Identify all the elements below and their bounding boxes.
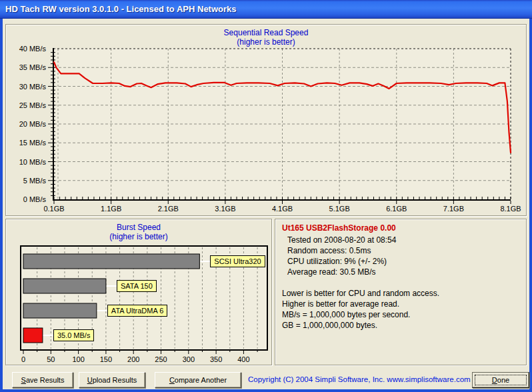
note-line: GB = 1,000,000,000 bytes. <box>282 320 519 331</box>
window-title: HD Tach RW version 3.0.1.0 - Licensed to… <box>0 4 237 14</box>
x-tick-label: 3.1GB <box>215 205 235 213</box>
burst-tick-label: 0 <box>21 355 25 363</box>
upload-results-label: Upload Results <box>79 373 145 387</box>
burst-tick-label: 200 <box>127 355 139 363</box>
y-tick-label: 20 MB/s <box>19 120 47 128</box>
note-line: Higher is better for average read. <box>282 299 519 309</box>
average-read-line: Average read: 30.5 MB/s <box>282 267 519 277</box>
client-area: Sequential Read Speed (higher is better)… <box>3 19 529 389</box>
burst-speed-chart: 050100150200250300350400 <box>6 219 271 365</box>
sequential-read-panel: Sequential Read Speed (higher is better)… <box>5 24 527 216</box>
upload-results-button[interactable]: Upload Results <box>79 372 145 388</box>
note-line: Lower is better for CPU and random acces… <box>282 288 519 299</box>
y-tick-label: 0 MB/s <box>23 195 47 203</box>
x-tick-label: 0.1GB <box>43 205 64 213</box>
x-tick-label: 7.1GB <box>443 205 464 213</box>
burst-bar-label: SCSI Ultra320 <box>210 255 265 267</box>
save-results-button[interactable]: Save Results <box>12 372 73 388</box>
burst-tick-label: 400 <box>237 355 249 363</box>
footer-bar: Save Results Upload Results Compare Anot… <box>3 371 529 389</box>
compare-another-drive-label: Compare Another Drive <box>155 373 241 392</box>
burst-bar <box>23 328 43 343</box>
burst-tick-label: 350 <box>210 355 222 363</box>
x-tick-label: 5.1GB <box>329 205 350 213</box>
done-button[interactable]: Done <box>472 372 529 388</box>
tested-on-line: Tested on 2008-08-20 at 08:54 <box>282 235 519 245</box>
burst-bar <box>23 279 106 293</box>
x-tick-label: 2.1GB <box>158 205 179 213</box>
note-line: MB/s = 1,000,000 bytes per second. <box>282 309 519 320</box>
x-tick-label: 4.1GB <box>272 205 293 213</box>
burst-tick-label: 50 <box>47 355 55 363</box>
save-results-label: Save Results <box>13 373 73 387</box>
focus-rectangle <box>475 375 527 385</box>
app-window: HD Tach RW version 3.0.1.0 - Licensed to… <box>0 0 532 392</box>
burst-bar-label: SATA 150 <box>117 280 157 292</box>
y-tick-label: 35 MB/s <box>19 63 47 71</box>
x-tick-label: 6.1GB <box>386 205 407 213</box>
y-tick-label: 30 MB/s <box>19 83 47 91</box>
y-tick-label: 40 MB/s <box>19 45 47 53</box>
y-tick-label: 25 MB/s <box>19 101 47 109</box>
compare-another-drive-button[interactable]: Compare Another Drive <box>155 372 241 388</box>
sequential-read-chart: 0 MB/s5 MB/s10 MB/s15 MB/s20 MB/s25 MB/s… <box>6 25 526 215</box>
random-access-line: Random access: 0.5ms <box>282 245 519 256</box>
titlebar: HD Tach RW version 3.0.1.0 - Licensed to… <box>0 0 532 19</box>
copyright-text: Copyright (C) 2004 Simpli Software, Inc.… <box>248 375 468 383</box>
x-tick-label: 1.1GB <box>101 205 121 213</box>
notes-block: Lower is better for CPU and random acces… <box>282 288 519 331</box>
burst-speed-panel: Burst Speed (higher is better) 050100150… <box>5 219 272 365</box>
x-tick-label: 8.1GB <box>500 205 521 213</box>
drive-name-header: Ut165 USB2FlashStorage 0.00 <box>282 223 519 233</box>
burst-bar-label: ATA UltraDMA 6 <box>107 305 167 317</box>
burst-bar-label: 35.0 MB/s <box>53 329 95 341</box>
burst-tick-label: 150 <box>100 355 112 363</box>
y-tick-label: 5 MB/s <box>23 177 47 185</box>
drive-info-panel: Ut165 USB2FlashStorage 0.00 Tested on 20… <box>275 219 527 365</box>
burst-bar <box>23 254 199 269</box>
burst-tick-label: 250 <box>155 355 167 363</box>
burst-tick-label: 300 <box>183 355 195 363</box>
cpu-utilization-line: CPU utilization: 9% (+/- 2%) <box>282 256 519 267</box>
burst-bar <box>23 303 97 318</box>
burst-tick-label: 100 <box>72 355 84 363</box>
y-tick-label: 15 MB/s <box>19 139 47 147</box>
y-tick-label: 10 MB/s <box>19 158 47 166</box>
